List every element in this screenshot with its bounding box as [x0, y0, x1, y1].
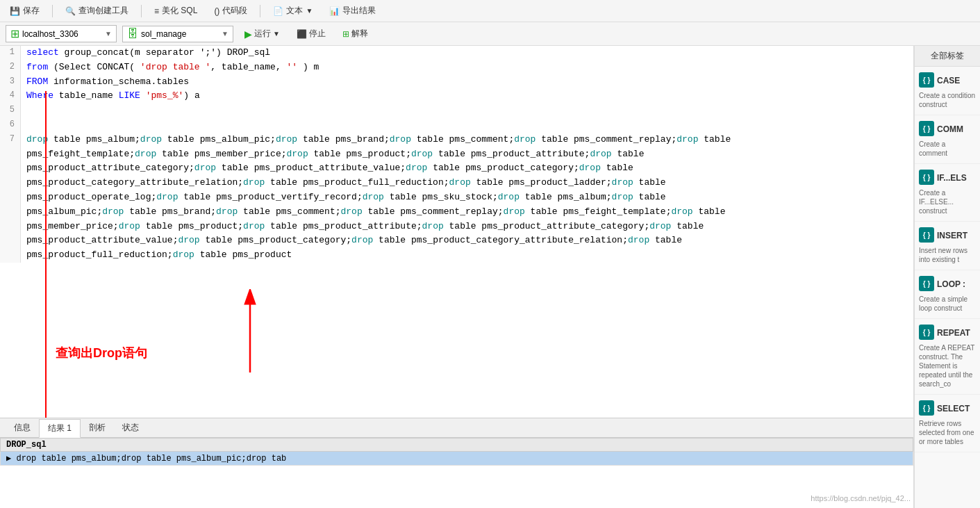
main-area: 1 select group_concat(m separator ';') D…	[0, 46, 980, 508]
line-content-3: FROM information_schema.tables	[21, 75, 913, 90]
line-content-7: drop table pms_album;drop table pms_albu…	[21, 133, 913, 263]
code-button[interactable]: () 代码段	[210, 3, 251, 18]
comm-desc: Create a comment	[919, 140, 976, 158]
host-selector[interactable]: ⊞ localhost_3306 ▼	[6, 25, 117, 42]
code-line-1: 1 select group_concat(m separator ';') D…	[0, 46, 913, 60]
repeat-icon: { }	[919, 325, 934, 340]
line-number-1: 1	[0, 46, 21, 60]
right-panel-header: 全部标签	[915, 46, 980, 67]
ifelse-title: IF...ELS	[937, 173, 967, 183]
snippet-ifelse[interactable]: { } IF...ELS Create a IF...ELSE... const…	[915, 164, 980, 222]
red-arrow	[229, 289, 271, 372]
right-panel: 全部标签 { } CASE Create a condition constru…	[914, 46, 980, 508]
line-number-6: 6	[0, 118, 21, 133]
result-cell-drop-sql: ▶ drop table pms_album;drop table pms_al…	[1, 452, 913, 466]
result-table: DROP_sql ▶ drop table pms_album;drop tab…	[0, 438, 913, 466]
select-icon: { }	[919, 400, 934, 416]
explain-icon: ⊞	[342, 29, 349, 39]
snippet-loop[interactable]: { } LOOP : Create a simple loop construc…	[915, 270, 980, 319]
dropdown-arrow-icon: ▼	[306, 7, 313, 15]
tab-result1[interactable]: 结果 1	[39, 419, 81, 438]
annotation-text: 查询出Drop语句	[56, 345, 147, 361]
code-line-3: 3 FROM information_schema.tables	[0, 75, 913, 90]
watermark: https://blog.csdn.net/pjq_42...	[811, 494, 911, 502]
insert-desc: Insert new rows into existing t	[919, 246, 976, 264]
repeat-title: REPEAT	[937, 328, 970, 338]
tab-status[interactable]: 状态	[114, 419, 147, 436]
select-title: SELECT	[937, 404, 970, 413]
line-number-5: 5	[0, 104, 21, 118]
comm-title: COMM	[937, 124, 963, 134]
stop-button[interactable]: ⬛ 停止	[291, 26, 331, 41]
line-content-4: Where table_name LIKE 'pms_%') a	[21, 89, 913, 104]
separator	[260, 5, 260, 17]
ifelse-desc: Create a IF...ELSE... construct	[919, 188, 976, 215]
save-button[interactable]: 💾 保存	[6, 3, 44, 18]
repeat-desc: Create A REPEAT construct. The Statement…	[919, 343, 976, 388]
code-line-5: 5	[0, 104, 913, 118]
code-editor[interactable]: 1 select group_concat(m separator ';') D…	[0, 46, 913, 418]
line-content-1: select group_concat(m separator ';') DRO…	[21, 46, 913, 60]
loop-title: LOOP :	[937, 279, 965, 289]
red-vertical-line	[45, 91, 47, 418]
db-selector[interactable]: 🗄 sol_manage ▼	[122, 26, 233, 42]
beautify-icon: ≡	[154, 6, 159, 16]
host-icon: ⊞	[10, 27, 19, 40]
loop-icon: { }	[919, 276, 934, 291]
snippet-repeat[interactable]: { } REPEAT Create A REPEAT construct. Th…	[915, 319, 980, 395]
line-number-7: 7	[0, 133, 21, 263]
result-content[interactable]: DROP_sql ▶ drop table pms_album;drop tab…	[0, 438, 913, 508]
tab-info[interactable]: 信息	[6, 419, 39, 436]
line-number-4: 4	[0, 89, 21, 104]
loop-desc: Create a simple loop construct	[919, 295, 976, 313]
snippet-comm[interactable]: { } COMM Create a comment	[915, 115, 980, 164]
host-dropdown-icon: ▼	[105, 30, 112, 38]
text-button[interactable]: 📄 文本 ▼	[269, 3, 317, 18]
select-desc: Retrieve rows selected from one or more …	[919, 419, 976, 446]
snippet-select[interactable]: { } SELECT Retrieve rows selected from o…	[915, 395, 980, 452]
col-header-drop-sql: DROP_sql	[1, 439, 913, 452]
snippet-insert[interactable]: { } INSERT Insert new rows into existing…	[915, 222, 980, 270]
code-lines: 1 select group_concat(m separator ';') D…	[0, 46, 913, 263]
play-icon: ▶	[244, 28, 252, 40]
case-desc: Create a condition construct	[919, 91, 976, 109]
code-line-2: 2 from (Select CONCAT( 'drop table ', ta…	[0, 60, 913, 75]
explain-button[interactable]: ⊞ 解释	[337, 26, 374, 41]
beautify-button[interactable]: ≡ 美化 SQL	[150, 3, 201, 18]
text-icon: 📄	[273, 6, 283, 16]
export-button[interactable]: 📊 导出结果	[325, 3, 380, 18]
comm-icon: { }	[919, 121, 934, 136]
result-pane: 信息 结果 1 剖析 状态 DROP_sql ▶ drop table pms_…	[0, 418, 913, 508]
query-tool-button[interactable]: 🔍 查询创建工具	[61, 3, 133, 18]
case-title: CASE	[937, 76, 960, 85]
code-line-7: 7 drop table pms_album;drop table pms_al…	[0, 133, 913, 263]
insert-icon: { }	[919, 227, 934, 243]
code-icon: ()	[214, 6, 219, 16]
case-icon: { }	[919, 72, 934, 88]
line-number-3: 3	[0, 75, 21, 90]
result-tabs: 信息 结果 1 剖析 状态	[0, 418, 913, 438]
code-line-6: 6	[0, 118, 913, 133]
line-content-6	[21, 118, 913, 133]
stop-icon: ⬛	[297, 29, 307, 39]
separator	[52, 5, 53, 17]
line-number-2: 2	[0, 60, 21, 75]
result-header-row: DROP_sql	[1, 439, 913, 452]
ifelse-icon: { }	[919, 170, 934, 185]
snippet-case[interactable]: { } CASE Create a condition construct	[915, 67, 980, 115]
connection-bar: ⊞ localhost_3306 ▼ 🗄 sol_manage ▼ ▶ 运行 ▼…	[0, 22, 980, 46]
line-content-2: from (Select CONCAT( 'drop table ', tabl…	[21, 60, 913, 75]
db-dropdown-icon: ▼	[222, 30, 229, 38]
code-line-4: 4 Where table_name LIKE 'pms_%') a	[0, 89, 913, 104]
export-icon: 📊	[329, 6, 340, 16]
tab-profiling[interactable]: 剖析	[81, 419, 114, 436]
query-tool-icon: 🔍	[65, 6, 76, 16]
result-row-1[interactable]: ▶ drop table pms_album;drop table pms_al…	[1, 452, 913, 466]
toolbar: 💾 保存 🔍 查询创建工具 ≡ 美化 SQL () 代码段 📄 文本 ▼ 📊 导…	[0, 0, 980, 22]
insert-title: INSERT	[937, 231, 967, 240]
save-icon: 💾	[10, 6, 20, 16]
line-content-5	[21, 104, 913, 118]
run-button[interactable]: ▶ 运行 ▼	[239, 26, 285, 41]
editor-pane: 1 select group_concat(m separator ';') D…	[0, 46, 914, 508]
separator	[141, 5, 142, 17]
